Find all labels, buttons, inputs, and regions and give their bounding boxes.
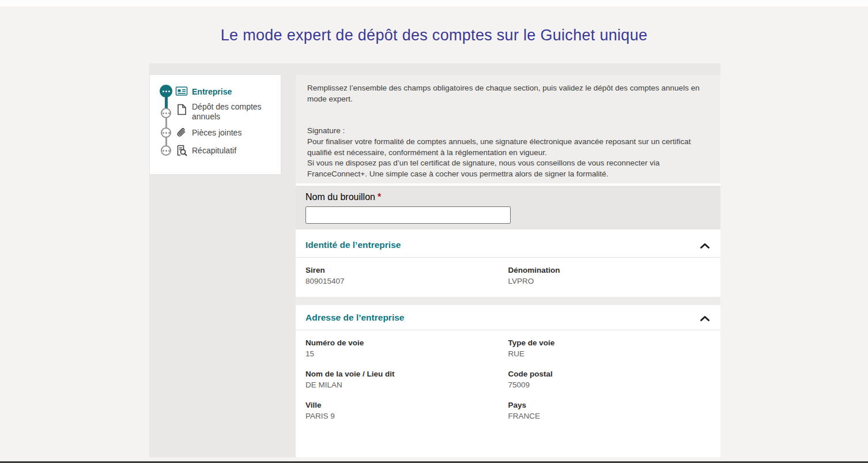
signature-heading: Signature : [307,126,709,137]
instructions-paragraph: Remplissez l’ensemble des champs obligat… [307,83,709,105]
section-identite-header[interactable]: Identité de l’entreprise [296,232,720,258]
section-adresse: Adresse de l’entreprise Numéro de voie 1… [296,305,720,457]
field-siren: Siren 809015407 [305,266,508,285]
field-numero-voie: Numéro de voie 15 [305,338,508,358]
spacer [296,297,720,305]
paperclip-icon [175,126,188,139]
required-asterisk: * [378,192,381,202]
chevron-up-icon[interactable] [700,314,710,324]
field-value: 75009 [508,381,711,389]
field-code-postal: Code postal 75009 [508,370,711,389]
step-bullet-recapitulatif[interactable] [161,145,171,156]
section-identite: Identité de l’entreprise Siren 809015407… [296,232,720,297]
step-label-recapitulatif[interactable]: Récapitulatif [192,146,278,156]
field-label: Siren [305,266,508,274]
field-value: RUE [508,349,711,358]
draft-name-input[interactable] [305,206,511,224]
stepper-sidebar: Entreprise Dépôt des comptes annuels Piè… [150,75,281,174]
draft-name-label: Nom du brouillon* [305,192,381,202]
field-nom-voie: Nom de la voie / Lieu dit DE MILAN [305,370,508,389]
section-identite-title: Identité de l’entreprise [305,240,401,250]
field-label: Dénomination [508,266,711,274]
field-value: DE MILAN [305,381,508,389]
section-adresse-body: Numéro de voie 15 Type de voie RUE Nom d… [296,330,720,432]
field-value: LVPRO [508,277,711,285]
summary-magnifier-icon [175,144,188,157]
step-bullet-entreprise[interactable] [160,85,172,97]
field-label: Type de voie [508,338,711,347]
field-label: Nom de la voie / Lieu dit [305,370,508,378]
field-value: 809015407 [305,277,508,285]
signature-line1: Pour finaliser votre formalité de compte… [307,137,709,159]
section-adresse-title: Adresse de l’entreprise [305,313,404,322]
field-label: Numéro de voie [305,338,508,347]
section-adresse-header[interactable]: Adresse de l’entreprise [296,305,720,330]
step-label-depot-comptes[interactable]: Dépôt des comptes annuels [192,102,278,122]
top-strip [0,0,868,6]
document-icon [175,103,188,116]
field-ville: Ville PARIS 9 [305,401,508,420]
field-denomination: Dénomination LVPRO [508,266,711,285]
field-pays: Pays FRANCE [508,401,711,420]
section-identite-body: Siren 809015407 Dénomination LVPRO [296,258,720,297]
page-title: Le mode expert de dépôt des comptes sur … [0,27,868,44]
field-type-voie: Type de voie RUE [508,338,711,358]
chevron-up-icon[interactable] [700,241,710,251]
field-label: Code postal [508,370,711,378]
field-value: FRANCE [508,412,711,420]
step-bullet-depot-comptes[interactable] [161,108,171,118]
step-label-entreprise[interactable]: Entreprise [192,87,278,97]
instructions-panel: Remplissez l’ensemble des champs obligat… [296,75,720,183]
field-label: Pays [508,401,711,409]
field-value: 15 [305,349,508,358]
signature-line2: Si vous ne disposez pas d’un tel certifi… [307,158,709,180]
step-label-pieces-jointes[interactable]: Pièces jointes [192,128,278,138]
field-label: Ville [305,401,508,409]
id-card-icon [175,85,188,97]
field-value: PARIS 9 [305,412,508,420]
main-content: Remplissez l’ensemble des champs obligat… [296,75,720,457]
draft-name-band: Nom du brouillon* [296,186,720,229]
formality-card: Entreprise Dépôt des comptes annuels Piè… [149,63,720,457]
step-bullet-pieces-jointes[interactable] [161,127,171,138]
